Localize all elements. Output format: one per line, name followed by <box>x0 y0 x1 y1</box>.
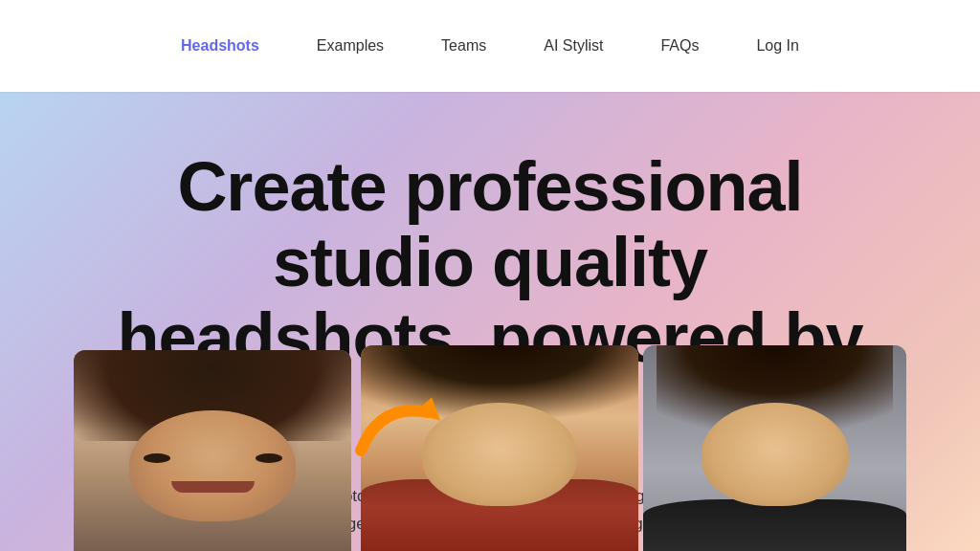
eye-left <box>144 453 170 463</box>
eye-right <box>256 453 282 463</box>
main-navigation: Headshots Examples Teams AI Stylist FAQs… <box>0 0 980 92</box>
nav-examples[interactable]: Examples <box>317 37 384 55</box>
nav-headshots[interactable]: Headshots <box>181 37 259 55</box>
before-photo <box>74 350 351 551</box>
nav-faqs[interactable]: FAQs <box>660 37 699 55</box>
nav-login[interactable]: Log In <box>756 37 798 55</box>
nav-ai-stylist[interactable]: AI Stylist <box>544 37 603 55</box>
nav-teams[interactable]: Teams <box>441 37 486 55</box>
transformation-arrow <box>346 379 461 474</box>
photo-comparison-strip <box>74 341 906 551</box>
hero-section: Create professional studio quality heads… <box>0 92 980 551</box>
mouth <box>171 481 255 494</box>
after-photo-2 <box>643 345 906 551</box>
